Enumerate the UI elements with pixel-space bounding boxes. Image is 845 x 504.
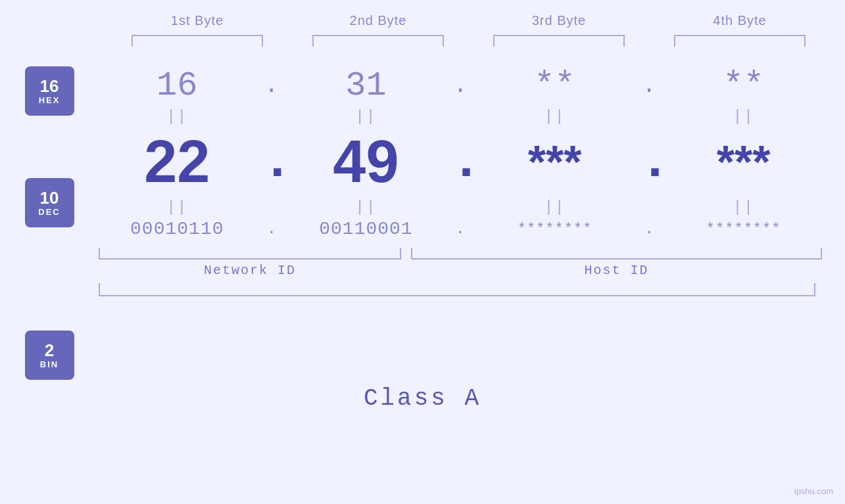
dec-byte1: 22 [105, 128, 249, 196]
sep1-b2: || [293, 108, 438, 126]
sep1-b4: || [671, 108, 816, 126]
host-id-bracket [411, 248, 822, 260]
hex-byte2: 31 [293, 66, 438, 105]
watermark: ipshu.com [794, 486, 833, 496]
dec-byte2: 49 [293, 128, 438, 196]
class-bracket [99, 283, 815, 296]
bin-row: 00010110 . 00110001 . ******** . [99, 219, 822, 239]
host-id-label: Host ID [411, 263, 822, 278]
main-container: 1st Byte 2nd Byte 3rd Byte 4th Byte 16 H… [0, 0, 845, 504]
hex-badge: 16 HEX [25, 66, 74, 116]
network-id-label: Network ID [99, 263, 401, 278]
sep-row-2: || || || || [99, 196, 822, 219]
hex-byte1: 16 [105, 66, 249, 105]
hex-row: 16 . 31 . ** . ** [99, 66, 822, 105]
byte2-header: 2nd Byte [306, 13, 450, 28]
bin-byte4: ******** [671, 221, 816, 237]
dec-byte3: *** [483, 136, 627, 189]
bin-dot2: . [450, 220, 470, 238]
sep2-b2: || [293, 198, 438, 216]
dec-badge-base: DEC [38, 207, 60, 217]
bracket-byte3 [493, 35, 625, 47]
byte3-header: 3rd Byte [487, 13, 631, 28]
sep1-b3: || [483, 108, 627, 126]
byte-headers: 1st Byte 2nd Byte 3rd Byte 4th Byte [107, 13, 831, 28]
dec-badge-num: 10 [40, 189, 59, 208]
hex-badge-base: HEX [39, 95, 60, 105]
bracket-byte4 [674, 35, 806, 47]
bin-dot3: . [639, 220, 659, 238]
bin-badge-base: BIN [40, 359, 59, 369]
hex-dot2: . [450, 72, 470, 99]
values-area: 16 . 31 . ** . ** [92, 60, 845, 296]
sep-row-1: || || || || [99, 105, 822, 128]
sep1-b1: || [105, 108, 249, 126]
dec-byte4: *** [671, 136, 816, 189]
network-id-bracket [99, 248, 401, 260]
hex-dot3: . [639, 72, 659, 99]
bracket-byte1 [132, 35, 263, 47]
class-label: Class A [364, 385, 481, 412]
dec-row: 22 . 49 . *** . *** [99, 128, 822, 196]
hex-byte4: ** [671, 66, 816, 105]
bracket-byte2 [312, 35, 444, 47]
class-label-container: Class A [0, 385, 845, 412]
bottom-bracket-row [99, 248, 822, 260]
bin-byte1: 00010110 [105, 219, 249, 239]
hex-badge-num: 16 [40, 77, 59, 96]
sep2-b3: || [483, 198, 627, 216]
top-bracket-row [107, 35, 831, 47]
sep2-b1: || [105, 198, 249, 216]
bin-dot1: . [262, 220, 281, 238]
dec-dot2: . [450, 136, 470, 189]
labels-column: 16 HEX 10 DEC 2 BIN [0, 60, 92, 380]
dec-dot3: . [639, 136, 659, 189]
sep2-b4: || [671, 198, 816, 216]
id-labels-row: Network ID Host ID [99, 263, 822, 278]
hex-byte3: ** [483, 66, 627, 105]
dec-dot1: . [262, 136, 281, 189]
byte4-header: 4th Byte [667, 13, 812, 28]
byte1-header: 1st Byte [125, 13, 270, 28]
dec-badge: 10 DEC [25, 178, 74, 227]
bin-badge-num: 2 [45, 341, 54, 360]
bin-badge: 2 BIN [25, 331, 74, 380]
bin-byte2: 00110001 [293, 219, 438, 239]
bin-byte3: ******** [483, 221, 627, 237]
hex-dot1: . [262, 72, 281, 99]
